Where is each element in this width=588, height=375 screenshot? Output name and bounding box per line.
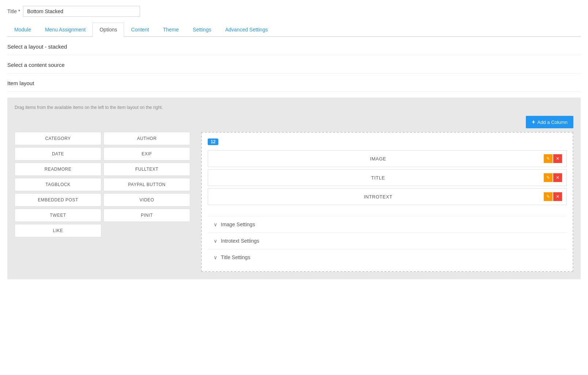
available-item-tweet[interactable]: TWEET [15, 209, 101, 222]
edit-title-button[interactable]: ✎ [544, 173, 553, 182]
layout-select-header: Select a layout - stacked [7, 37, 581, 55]
image-item-actions: ✎ ✕ [544, 154, 562, 163]
content-source-header: Select a content source [7, 55, 581, 73]
available-item-exif[interactable]: EXIF [103, 147, 190, 160]
remove-title-button[interactable]: ✕ [553, 173, 562, 182]
layout-container: Drag items from the available items on t… [7, 98, 581, 279]
layout-item-title: TITLE ✎ ✕ [208, 169, 567, 186]
image-settings-row[interactable]: ∨ Image Settings [208, 216, 567, 232]
title-label: Title * [7, 8, 20, 14]
available-item-fulltext[interactable]: FULLTEXT [103, 163, 190, 176]
page-wrapper: Title * Module Menu Assignment Options C… [0, 0, 588, 285]
available-item-video[interactable]: VIDEO [103, 193, 190, 207]
tab-settings[interactable]: Settings [186, 23, 218, 36]
edit-introtext-button[interactable]: ✎ [544, 192, 553, 201]
title-settings-row[interactable]: ∨ Title Settings [208, 249, 567, 265]
image-settings-label: Image Settings [221, 221, 255, 227]
layout-item-image-label: IMAGE [212, 156, 544, 162]
available-item-pinit[interactable]: PINIT [103, 209, 190, 222]
layout-item-image: IMAGE ✎ ✕ [208, 150, 567, 167]
title-item-actions: ✎ ✕ [544, 173, 562, 182]
title-row: Title * [7, 6, 581, 17]
top-toolbar: + Add a Column [15, 116, 573, 128]
available-item-paypal[interactable]: PAYPAL BUTTON [103, 178, 190, 191]
tab-module[interactable]: Module [7, 23, 38, 36]
available-items-panel: CATEGORY AUTHOR DATE EXIF READMORE FULLT… [15, 132, 190, 272]
layout-item-introtext: INTROTEXT ✎ ✕ [208, 188, 567, 205]
title-settings-label: Title Settings [221, 254, 250, 260]
edit-image-button[interactable]: ✎ [544, 154, 553, 163]
introtext-item-actions: ✎ ✕ [544, 192, 562, 201]
available-item-readmore[interactable]: READMORE [15, 163, 101, 176]
available-item-category[interactable]: CATEGORY [15, 132, 101, 145]
tab-theme[interactable]: Theme [156, 23, 186, 36]
available-item-date[interactable]: DATE [15, 147, 101, 160]
drag-hint: Drag items from the available items on t… [15, 105, 573, 110]
tab-advanced-settings[interactable]: Advanced Settings [218, 23, 275, 36]
available-item-embedded[interactable]: EMBEDDED POST [15, 193, 101, 207]
chevron-introtext-icon: ∨ [214, 238, 217, 244]
item-layout-header: Item layout [7, 73, 581, 92]
chevron-title-icon: ∨ [214, 254, 217, 260]
remove-image-button[interactable]: ✕ [553, 154, 562, 163]
tab-content[interactable]: Content [124, 23, 156, 36]
title-input[interactable] [23, 6, 140, 17]
layout-item-title-label: TITLE [212, 175, 544, 181]
introtext-settings-label: Introtext Settings [221, 238, 259, 244]
introtext-settings-row[interactable]: ∨ Introtext Settings [208, 232, 567, 249]
tabs-bar: Module Menu Assignment Options Content T… [7, 23, 581, 37]
column-panel: 12 IMAGE ✎ ✕ TITLE ✎ ✕ [201, 132, 573, 272]
plus-icon: + [532, 119, 535, 125]
column-badge: 12 [208, 139, 218, 145]
add-column-label: Add a Column [538, 120, 568, 125]
layout-body: CATEGORY AUTHOR DATE EXIF READMORE FULLT… [15, 132, 573, 272]
settings-section: ∨ Image Settings ∨ Introtext Settings ∨ … [208, 216, 567, 265]
remove-introtext-button[interactable]: ✕ [553, 192, 562, 201]
chevron-image-icon: ∨ [214, 221, 217, 227]
tab-menu-assignment[interactable]: Menu Assignment [38, 23, 93, 36]
available-item-author[interactable]: AUTHOR [103, 132, 190, 145]
available-item-like[interactable]: LIKE [15, 224, 101, 237]
add-column-button[interactable]: + Add a Column [526, 116, 573, 128]
layout-item-introtext-label: INTROTEXT [212, 194, 544, 200]
tab-options[interactable]: Options [93, 23, 124, 37]
items-grid: CATEGORY AUTHOR DATE EXIF READMORE FULLT… [15, 132, 190, 237]
available-item-tagblock[interactable]: TAGBLOCK [15, 178, 101, 191]
